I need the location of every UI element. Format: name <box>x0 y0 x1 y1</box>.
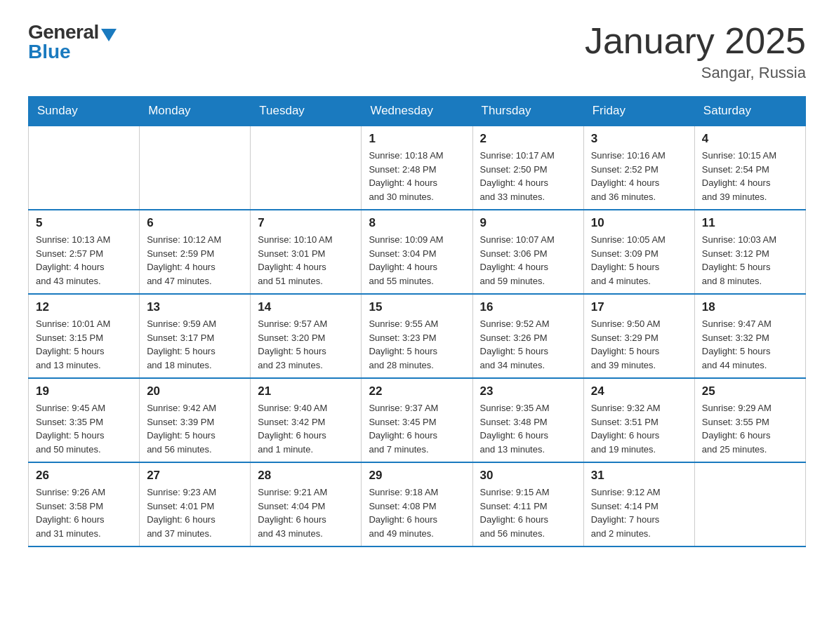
day-number: 13 <box>147 300 243 314</box>
day-number: 23 <box>480 384 576 398</box>
location-text: Sangar, Russia <box>585 64 806 82</box>
calendar-cell: 30Sunrise: 9:15 AMSunset: 4:11 PMDayligh… <box>472 462 583 546</box>
day-number: 31 <box>591 469 687 483</box>
day-number: 16 <box>480 300 576 314</box>
day-header-friday: Friday <box>583 97 694 126</box>
day-info: Sunrise: 9:45 AMSunset: 3:35 PMDaylight:… <box>36 401 132 456</box>
title-section: January 2025 Sangar, Russia <box>585 21 806 82</box>
day-number: 18 <box>702 300 798 314</box>
day-info: Sunrise: 10:09 AMSunset: 3:04 PMDaylight… <box>369 233 465 288</box>
week-row-4: 19Sunrise: 9:45 AMSunset: 3:35 PMDayligh… <box>29 378 806 462</box>
day-info: Sunrise: 9:47 AMSunset: 3:32 PMDaylight:… <box>702 317 798 372</box>
day-number: 29 <box>369 469 465 483</box>
day-number: 10 <box>591 216 687 230</box>
day-number: 12 <box>36 300 132 314</box>
calendar-cell: 6Sunrise: 10:12 AMSunset: 2:59 PMDayligh… <box>140 210 251 294</box>
page-header: General Blue January 2025 Sangar, Russia <box>28 21 806 82</box>
calendar-cell: 23Sunrise: 9:35 AMSunset: 3:48 PMDayligh… <box>472 378 583 462</box>
calendar-cell: 1Sunrise: 10:18 AMSunset: 2:48 PMDayligh… <box>362 126 472 210</box>
week-row-5: 26Sunrise: 9:26 AMSunset: 3:58 PMDayligh… <box>29 462 806 546</box>
day-header-sunday: Sunday <box>29 97 140 126</box>
day-number: 22 <box>369 384 465 398</box>
day-info: Sunrise: 10:03 AMSunset: 3:12 PMDaylight… <box>702 233 798 288</box>
day-number: 26 <box>36 469 132 483</box>
calendar-cell: 7Sunrise: 10:10 AMSunset: 3:01 PMDayligh… <box>251 210 362 294</box>
day-number: 25 <box>702 384 798 398</box>
day-info: Sunrise: 9:12 AMSunset: 4:14 PMDaylight:… <box>591 485 687 540</box>
calendar-cell: 14Sunrise: 9:57 AMSunset: 3:20 PMDayligh… <box>251 294 362 378</box>
day-number: 2 <box>480 132 576 146</box>
day-info: Sunrise: 9:29 AMSunset: 3:55 PMDaylight:… <box>702 401 798 456</box>
day-number: 21 <box>258 384 354 398</box>
day-info: Sunrise: 9:23 AMSunset: 4:01 PMDaylight:… <box>147 485 243 540</box>
day-number: 17 <box>591 300 687 314</box>
calendar-cell: 5Sunrise: 10:13 AMSunset: 2:57 PMDayligh… <box>29 210 140 294</box>
day-number: 19 <box>36 384 132 398</box>
calendar-cell: 15Sunrise: 9:55 AMSunset: 3:23 PMDayligh… <box>362 294 472 378</box>
calendar-cell: 13Sunrise: 9:59 AMSunset: 3:17 PMDayligh… <box>140 294 251 378</box>
calendar-cell: 9Sunrise: 10:07 AMSunset: 3:06 PMDayligh… <box>472 210 583 294</box>
day-header-tuesday: Tuesday <box>251 97 362 126</box>
day-info: Sunrise: 10:07 AMSunset: 3:06 PMDaylight… <box>480 233 576 288</box>
day-info: Sunrise: 9:26 AMSunset: 3:58 PMDaylight:… <box>36 485 132 540</box>
day-info: Sunrise: 10:01 AMSunset: 3:15 PMDaylight… <box>36 317 132 372</box>
month-title: January 2025 <box>585 21 806 61</box>
day-info: Sunrise: 10:18 AMSunset: 2:48 PMDaylight… <box>369 149 465 203</box>
day-header-monday: Monday <box>140 97 251 126</box>
calendar-cell: 28Sunrise: 9:21 AMSunset: 4:04 PMDayligh… <box>251 462 362 546</box>
day-number: 3 <box>591 132 687 146</box>
day-number: 5 <box>36 216 132 230</box>
calendar-cell: 2Sunrise: 10:17 AMSunset: 2:50 PMDayligh… <box>472 126 583 210</box>
calendar-cell: 20Sunrise: 9:42 AMSunset: 3:39 PMDayligh… <box>140 378 251 462</box>
day-info: Sunrise: 9:18 AMSunset: 4:08 PMDaylight:… <box>369 485 465 540</box>
calendar-cell: 17Sunrise: 9:50 AMSunset: 3:29 PMDayligh… <box>583 294 694 378</box>
day-info: Sunrise: 10:16 AMSunset: 2:52 PMDaylight… <box>591 149 687 203</box>
day-info: Sunrise: 9:15 AMSunset: 4:11 PMDaylight:… <box>480 485 576 540</box>
svg-marker-0 <box>101 29 117 41</box>
day-number: 1 <box>369 132 465 146</box>
day-info: Sunrise: 9:50 AMSunset: 3:29 PMDaylight:… <box>591 317 687 372</box>
day-number: 27 <box>147 469 243 483</box>
day-info: Sunrise: 10:12 AMSunset: 2:59 PMDaylight… <box>147 233 243 288</box>
day-info: Sunrise: 9:35 AMSunset: 3:48 PMDaylight:… <box>480 401 576 456</box>
calendar-cell <box>29 126 140 210</box>
day-info: Sunrise: 10:13 AMSunset: 2:57 PMDaylight… <box>36 233 132 288</box>
calendar-header: SundayMondayTuesdayWednesdayThursdayFrid… <box>29 97 806 126</box>
day-header-saturday: Saturday <box>694 97 805 126</box>
calendar-cell: 25Sunrise: 9:29 AMSunset: 3:55 PMDayligh… <box>694 378 805 462</box>
day-info: Sunrise: 9:40 AMSunset: 3:42 PMDaylight:… <box>258 401 354 456</box>
day-number: 9 <box>480 216 576 230</box>
logo: General Blue <box>28 21 117 63</box>
calendar-cell: 19Sunrise: 9:45 AMSunset: 3:35 PMDayligh… <box>29 378 140 462</box>
day-info: Sunrise: 10:10 AMSunset: 3:01 PMDaylight… <box>258 233 354 288</box>
calendar-cell: 21Sunrise: 9:40 AMSunset: 3:42 PMDayligh… <box>251 378 362 462</box>
calendar-cell: 11Sunrise: 10:03 AMSunset: 3:12 PMDaylig… <box>694 210 805 294</box>
day-number: 14 <box>258 300 354 314</box>
week-row-3: 12Sunrise: 10:01 AMSunset: 3:15 PMDaylig… <box>29 294 806 378</box>
calendar-cell: 18Sunrise: 9:47 AMSunset: 3:32 PMDayligh… <box>694 294 805 378</box>
day-number: 6 <box>147 216 243 230</box>
day-info: Sunrise: 10:05 AMSunset: 3:09 PMDaylight… <box>591 233 687 288</box>
day-number: 4 <box>702 132 798 146</box>
day-number: 30 <box>480 469 576 483</box>
calendar-cell <box>694 462 805 546</box>
day-info: Sunrise: 9:37 AMSunset: 3:45 PMDaylight:… <box>369 401 465 456</box>
logo-triangle-icon <box>101 29 117 41</box>
week-row-1: 1Sunrise: 10:18 AMSunset: 2:48 PMDayligh… <box>29 126 806 210</box>
calendar-cell: 12Sunrise: 10:01 AMSunset: 3:15 PMDaylig… <box>29 294 140 378</box>
day-info: Sunrise: 9:59 AMSunset: 3:17 PMDaylight:… <box>147 317 243 372</box>
day-info: Sunrise: 10:15 AMSunset: 2:54 PMDaylight… <box>702 149 798 203</box>
day-number: 28 <box>258 469 354 483</box>
day-number: 7 <box>258 216 354 230</box>
calendar-cell: 22Sunrise: 9:37 AMSunset: 3:45 PMDayligh… <box>362 378 472 462</box>
calendar-cell: 8Sunrise: 10:09 AMSunset: 3:04 PMDayligh… <box>362 210 472 294</box>
calendar-cell: 24Sunrise: 9:32 AMSunset: 3:51 PMDayligh… <box>583 378 694 462</box>
calendar-cell: 29Sunrise: 9:18 AMSunset: 4:08 PMDayligh… <box>362 462 472 546</box>
day-number: 20 <box>147 384 243 398</box>
calendar-cell: 31Sunrise: 9:12 AMSunset: 4:14 PMDayligh… <box>583 462 694 546</box>
day-info: Sunrise: 9:57 AMSunset: 3:20 PMDaylight:… <box>258 317 354 372</box>
calendar-cell: 26Sunrise: 9:26 AMSunset: 3:58 PMDayligh… <box>29 462 140 546</box>
day-header-wednesday: Wednesday <box>362 97 472 126</box>
day-header-thursday: Thursday <box>472 97 583 126</box>
calendar-cell: 4Sunrise: 10:15 AMSunset: 2:54 PMDayligh… <box>694 126 805 210</box>
